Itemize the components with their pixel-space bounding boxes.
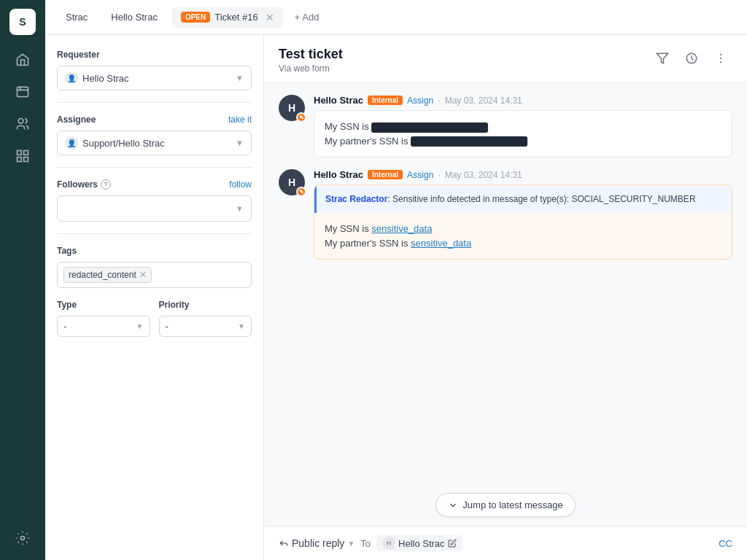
assignee-user-icon: 👤 xyxy=(65,136,78,149)
type-chevron-icon: ▼ xyxy=(136,322,144,330)
assignee-chevron-icon: ▼ xyxy=(236,139,244,147)
followers-label: Followers xyxy=(57,179,98,190)
message-2-meta: Hello Strac Internal Assign · May 03, 20… xyxy=(314,169,732,180)
reply-type-button[interactable]: Public reply ▼ xyxy=(279,537,355,549)
message-2-author: Hello Strac xyxy=(314,169,363,180)
assignee-row: Assignee take it xyxy=(57,114,252,125)
message-1-content: Hello Strac Internal Assign · May 03, 20… xyxy=(314,95,732,158)
left-panel: Requester 👤 Hello Strac ▼ Assignee take … xyxy=(45,35,264,560)
priority-value: - xyxy=(166,321,169,332)
users-icon[interactable] xyxy=(9,111,36,137)
jump-label: Jump to latest message xyxy=(462,499,562,510)
followers-row: Followers ? follow xyxy=(57,179,252,190)
type-section: Type - ▼ xyxy=(57,300,150,337)
divider-3 xyxy=(57,233,252,234)
jump-to-latest-button[interactable]: Jump to latest message xyxy=(436,493,575,517)
filter-icon[interactable] xyxy=(651,47,674,70)
sensitive-link-1[interactable]: sensitive_data xyxy=(371,223,432,234)
tab-ticket-16-label: Ticket #16 xyxy=(214,12,258,23)
svg-marker-9 xyxy=(657,53,668,63)
close-tab-icon[interactable]: ✕ xyxy=(266,12,274,23)
followers-help-icon[interactable]: ? xyxy=(101,179,111,190)
requester-user-icon: 👤 xyxy=(65,71,78,85)
take-it-link[interactable]: take it xyxy=(228,114,252,125)
sidebar: S xyxy=(0,0,45,560)
more-options-icon[interactable] xyxy=(709,47,732,70)
notice-author: Strac Redactor xyxy=(325,194,387,204)
tag-remove-icon[interactable]: ✕ xyxy=(139,270,147,280)
follow-link[interactable]: follow xyxy=(229,179,252,190)
logo[interactable]: S xyxy=(9,9,36,35)
tab-strac[interactable]: Strac xyxy=(57,7,96,27)
tab-ticket-16[interactable]: OPEN Ticket #16 ✕ xyxy=(172,7,283,28)
tag-redacted-content: redacted_content ✕ xyxy=(63,267,152,283)
assignee-label: Assignee xyxy=(57,114,96,125)
warn-notice: Strac Redactor: Sensitive info detected … xyxy=(314,185,732,213)
requester-label: Requester xyxy=(57,50,252,60)
reply-type-label: Public reply xyxy=(292,537,344,549)
jump-bar: Jump to latest message xyxy=(264,484,747,526)
redacted-ssn-2 xyxy=(411,136,527,147)
tab-strac-label: Strac xyxy=(66,12,88,23)
avatar-2: H ✎ xyxy=(279,169,305,195)
requester-select[interactable]: 👤 Hello Strac ▼ xyxy=(57,66,252,90)
message-2-time: May 03, 2024 14:31 xyxy=(445,170,522,180)
logo-text: S xyxy=(19,16,26,28)
assignee-select[interactable]: 👤 Support/Hello Strac ▼ xyxy=(57,131,252,155)
ticket-header: Test ticket Via web form xyxy=(264,35,747,83)
cc-link[interactable]: CC xyxy=(719,538,732,549)
message-2-assign[interactable]: Assign xyxy=(407,170,433,180)
home-icon[interactable] xyxy=(9,47,36,73)
message-1-author: Hello Strac xyxy=(314,95,363,106)
message-1-bubble: My SSN is My partner's SSN is xyxy=(314,110,732,158)
history-icon[interactable] xyxy=(680,47,703,70)
svg-rect-7 xyxy=(24,158,28,162)
tab-hello-strac[interactable]: Hello Strac xyxy=(102,7,166,27)
recipient-avatar: H xyxy=(382,537,395,550)
followers-chevron-icon: ▼ xyxy=(236,204,244,213)
content-area: Requester 👤 Hello Strac ▼ Assignee take … xyxy=(45,35,747,560)
type-value: - xyxy=(63,321,66,332)
svg-point-8 xyxy=(21,537,25,540)
type-select[interactable]: - ▼ xyxy=(57,316,150,337)
divider-1 xyxy=(57,102,252,103)
tags-label: Tags xyxy=(57,246,252,256)
avatar-badge-2: ✎ xyxy=(296,187,306,197)
warn-body: My SSN is sensitive_data My partner's SS… xyxy=(314,213,732,259)
followers-select[interactable]: ▼ xyxy=(57,195,252,222)
tag-label: redacted_content xyxy=(69,270,136,280)
settings-icon[interactable] xyxy=(9,525,36,551)
message-2: H ✎ Hello Strac Internal Assign · May 03… xyxy=(279,169,732,260)
requester-value: Hello Strac xyxy=(82,73,129,84)
reply-left: Public reply ▼ To H Hello Strac xyxy=(279,535,462,551)
type-priority-row: Type - ▼ Priority - ▼ xyxy=(57,300,252,337)
edit-recipient-icon[interactable] xyxy=(448,539,457,548)
message-1-meta: Hello Strac Internal Assign · May 03, 20… xyxy=(314,95,732,106)
reports-icon[interactable] xyxy=(9,143,36,169)
priority-label: Priority xyxy=(159,300,252,310)
divider-2 xyxy=(57,167,252,168)
topbar: Strac Hello Strac OPEN Ticket #16 ✕ + Ad… xyxy=(45,0,747,35)
message-1-assign[interactable]: Assign xyxy=(407,96,433,106)
message-2-content: Hello Strac Internal Assign · May 03, 20… xyxy=(314,169,732,260)
tab-hello-strac-label: Hello Strac xyxy=(111,12,158,23)
main-content: Strac Hello Strac OPEN Ticket #16 ✕ + Ad… xyxy=(45,0,747,560)
requester-chevron-icon: ▼ xyxy=(236,74,244,82)
jump-down-icon xyxy=(448,500,458,510)
add-tab-button[interactable]: + Add xyxy=(289,7,325,27)
ticket-header-actions xyxy=(651,47,732,70)
svg-rect-5 xyxy=(24,151,28,155)
reply-arrow-icon xyxy=(279,538,289,548)
recipient-name: Hello Strac xyxy=(398,538,445,549)
right-panel: Test ticket Via web form xyxy=(264,35,747,560)
svg-point-11 xyxy=(720,54,721,55)
redacted-ssn-1 xyxy=(371,122,488,133)
tickets-icon[interactable] xyxy=(9,79,36,105)
priority-select[interactable]: - ▼ xyxy=(159,316,252,337)
ticket-subtitle: Via web form xyxy=(279,63,343,74)
messages-area: H ✎ Hello Strac Internal Assign · May 03… xyxy=(264,83,747,484)
sensitive-link-2[interactable]: sensitive_data xyxy=(411,238,471,249)
message-1: H ✎ Hello Strac Internal Assign · May 03… xyxy=(279,95,732,158)
message-2-badge: Internal xyxy=(368,170,403,179)
to-label: To xyxy=(360,538,371,549)
